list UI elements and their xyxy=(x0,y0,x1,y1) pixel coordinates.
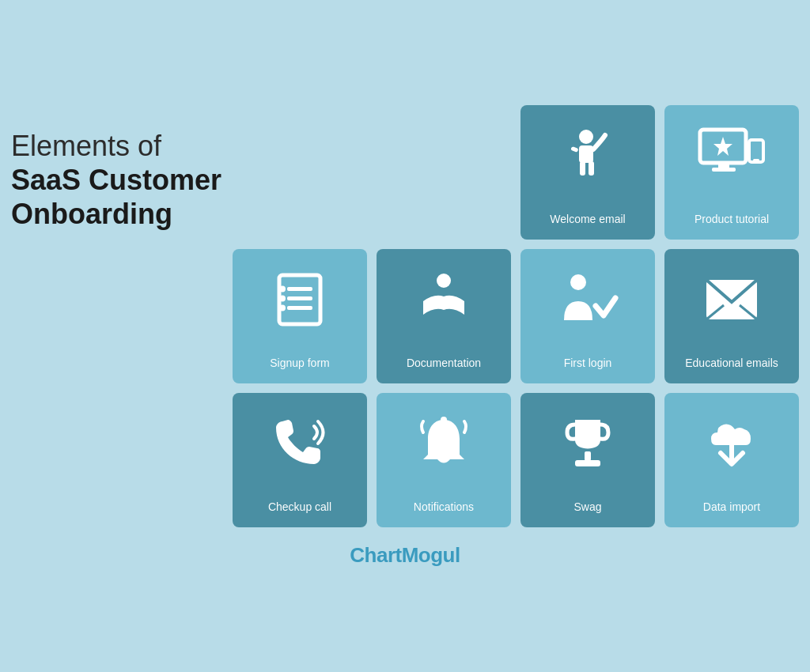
title-line1: Elements of xyxy=(11,130,161,162)
card-documentation: Documentation xyxy=(377,249,511,383)
bell-icon xyxy=(417,393,471,494)
monitor-star-icon xyxy=(696,105,767,206)
svg-rect-23 xyxy=(441,417,447,423)
svg-rect-25 xyxy=(575,460,600,466)
documentation-label: Documentation xyxy=(407,357,481,369)
phone-waves-icon xyxy=(268,393,331,494)
brand-section: ChartMogul xyxy=(0,543,810,568)
brand-part2: Mogul xyxy=(402,543,460,567)
form-icon xyxy=(271,249,328,350)
main-title: Elements of SaaS Customer Onboarding xyxy=(11,129,233,232)
svg-point-16 xyxy=(279,295,286,301)
svg-rect-24 xyxy=(585,451,591,461)
data-import-label: Data import xyxy=(703,500,760,513)
svg-point-19 xyxy=(570,274,586,290)
card-notifications: Notifications xyxy=(377,393,511,527)
card-row-1: Welcome email xyxy=(233,105,799,240)
checkup-call-label: Checkup call xyxy=(268,500,331,513)
card-signup-form: Signup form xyxy=(233,249,367,383)
card-first-login: First login xyxy=(520,249,655,383)
svg-rect-1 xyxy=(579,145,593,163)
notifications-label: Notifications xyxy=(414,500,474,513)
left-section: Elements of SaaS Customer Onboarding xyxy=(11,105,233,232)
svg-rect-7 xyxy=(712,168,736,172)
card-product-tutorial: Product tutorial xyxy=(664,105,799,240)
cloud-download-icon xyxy=(700,393,763,494)
educational-emails-label: Educational emails xyxy=(685,357,778,369)
brand-part1: Chart xyxy=(350,543,401,567)
svg-marker-8 xyxy=(713,137,732,156)
trophy-icon xyxy=(561,393,615,494)
svg-point-18 xyxy=(437,274,451,288)
svg-point-0 xyxy=(579,130,593,144)
svg-rect-9 xyxy=(749,140,763,162)
card-swag: Swag xyxy=(520,393,655,527)
book-person-icon xyxy=(415,249,472,350)
svg-rect-12 xyxy=(287,287,312,291)
person-check-icon xyxy=(556,249,619,350)
first-login-label: First login xyxy=(564,357,612,369)
card-checkup-call: Checkup call xyxy=(233,393,367,527)
title-line3: Onboarding xyxy=(11,197,233,231)
svg-rect-10 xyxy=(753,159,759,161)
svg-rect-14 xyxy=(287,306,312,310)
main-container: Elements of SaaS Customer Onboarding xyxy=(25,105,785,527)
card-row-3: Checkup call xyxy=(233,393,799,527)
product-tutorial-label: Product tutorial xyxy=(695,213,769,225)
svg-point-17 xyxy=(279,304,286,311)
svg-point-15 xyxy=(279,285,286,292)
title-line2: SaaS Customer xyxy=(11,163,233,197)
svg-rect-4 xyxy=(570,146,578,153)
signup-form-label: Signup form xyxy=(270,357,329,369)
svg-rect-3 xyxy=(589,161,594,176)
swag-label: Swag xyxy=(573,500,601,513)
envelope-icon xyxy=(703,249,760,350)
card-welcome-email: Welcome email xyxy=(520,105,655,240)
card-row-2: Signup form Documentation xyxy=(233,249,799,383)
card-educational-emails: Educational emails xyxy=(664,249,799,383)
brand-name: ChartMogul xyxy=(350,543,460,567)
welcome-email-label: Welcome email xyxy=(550,213,625,225)
svg-rect-13 xyxy=(287,296,312,300)
card-data-import: Data import xyxy=(664,393,799,527)
svg-rect-2 xyxy=(580,161,585,176)
cards-grid: Welcome email xyxy=(233,105,799,527)
person-wave-icon xyxy=(556,105,619,206)
svg-rect-6 xyxy=(718,163,729,168)
